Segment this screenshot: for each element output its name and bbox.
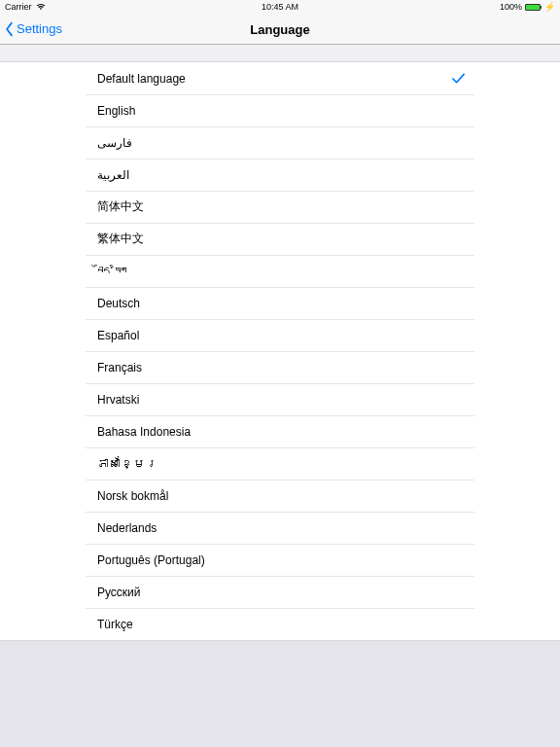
status-left: Carrier xyxy=(5,2,46,12)
language-row[interactable]: Default language xyxy=(86,62,474,94)
language-row[interactable]: Nederlands xyxy=(86,512,474,544)
language-label: 繁体中文 xyxy=(97,231,144,247)
page-title: Language xyxy=(250,21,309,36)
language-row[interactable]: Français xyxy=(86,351,474,383)
language-label: فارسی xyxy=(97,136,132,150)
language-label: English xyxy=(97,104,135,118)
language-row[interactable]: فارسی xyxy=(86,126,474,159)
language-row[interactable]: English xyxy=(86,94,474,126)
language-label: Hrvatski xyxy=(97,393,139,407)
language-row[interactable]: Hrvatski xyxy=(86,383,474,415)
language-label: ភាសាខ្មែរ xyxy=(97,457,158,471)
chevron-left-icon xyxy=(4,21,15,37)
language-label: Français xyxy=(97,361,142,374)
language-label: Português (Portugal) xyxy=(97,553,205,567)
status-bar: Carrier 10:45 AM 100% ⚡ xyxy=(0,0,560,14)
language-label: Nederlands xyxy=(97,521,157,535)
status-time: 10:45 AM xyxy=(262,2,298,12)
language-label: العربية xyxy=(97,168,129,182)
wifi-icon xyxy=(36,3,46,11)
language-label: 简体中文 xyxy=(97,198,144,215)
back-button[interactable]: Settings xyxy=(0,21,62,37)
language-row[interactable]: ភាសាខ្មែរ xyxy=(86,447,474,480)
language-row[interactable]: བོད་ཡིག xyxy=(86,255,474,287)
language-row[interactable]: Bahasa Indonesia xyxy=(86,415,474,447)
language-row[interactable]: Türkçe xyxy=(86,608,474,640)
checkmark-icon xyxy=(452,73,465,85)
language-table: Default languageEnglishفارسیالعربية简体中文繁… xyxy=(86,62,474,640)
language-label: བོད་ཡིག xyxy=(97,265,126,278)
language-label: Norsk bokmål xyxy=(97,489,168,503)
language-label: Default language xyxy=(97,72,186,86)
language-label: Bahasa Indonesia xyxy=(97,425,191,439)
language-row[interactable]: Русский xyxy=(86,576,474,608)
language-row[interactable]: Norsk bokmål xyxy=(86,480,474,512)
battery-icon xyxy=(525,4,541,11)
back-label: Settings xyxy=(17,21,62,36)
language-row[interactable]: Deutsch xyxy=(86,287,474,319)
section-header-gap xyxy=(0,45,560,62)
language-label: Русский xyxy=(97,586,141,599)
language-label: Türkçe xyxy=(97,618,133,631)
carrier-label: Carrier xyxy=(5,2,32,12)
language-table-wrapper: Default languageEnglishفارسیالعربية简体中文繁… xyxy=(0,62,560,641)
language-row[interactable]: العربية xyxy=(86,159,474,191)
language-row[interactable]: 简体中文 xyxy=(86,191,474,223)
language-row[interactable]: 繁体中文 xyxy=(86,223,474,255)
navigation-bar: Settings Language xyxy=(0,14,560,45)
language-label: Deutsch xyxy=(97,297,140,310)
language-row[interactable]: Português (Portugal) xyxy=(86,544,474,576)
charging-icon: ⚡ xyxy=(544,2,555,12)
status-right: 100% ⚡ xyxy=(500,2,555,12)
battery-percent: 100% xyxy=(500,2,522,12)
language-label: Español xyxy=(97,329,139,342)
language-row[interactable]: Español xyxy=(86,319,474,351)
